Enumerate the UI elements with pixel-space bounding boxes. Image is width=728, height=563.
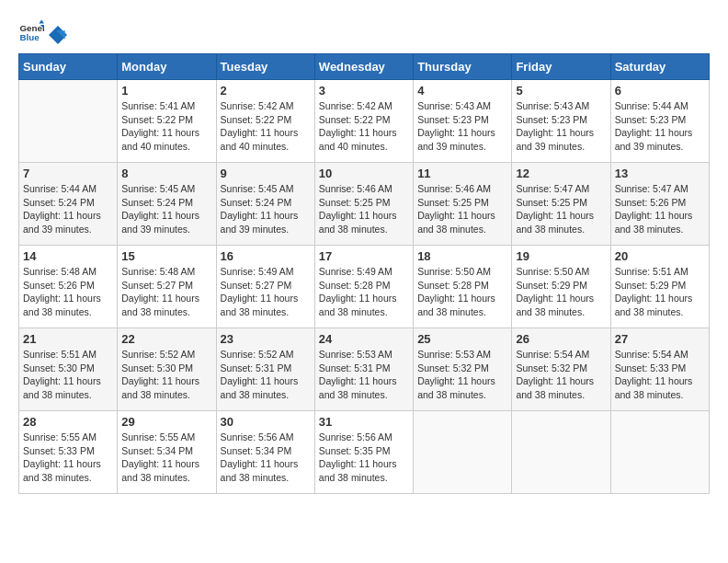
calendar-cell: 28Sunrise: 5:55 AMSunset: 5:33 PMDayligh…: [19, 411, 118, 494]
day-number: 15: [121, 249, 211, 263]
day-number: 2: [221, 84, 311, 98]
day-info: Sunrise: 5:50 AMSunset: 5:28 PMDaylight:…: [417, 265, 507, 319]
day-info: Sunrise: 5:42 AMSunset: 5:22 PMDaylight:…: [319, 99, 409, 154]
calendar-cell: 3Sunrise: 5:42 AMSunset: 5:22 PMDaylight…: [314, 80, 413, 163]
day-info: Sunrise: 5:55 AMSunset: 5:33 PMDaylight:…: [23, 431, 113, 485]
day-info: Sunrise: 5:44 AMSunset: 5:24 PMDaylight:…: [23, 182, 113, 236]
calendar-cell: 11Sunrise: 5:46 AMSunset: 5:25 PMDayligh…: [414, 163, 512, 246]
calendar-cell: 13Sunrise: 5:47 AMSunset: 5:26 PMDayligh…: [610, 163, 709, 246]
calendar-cell: 12Sunrise: 5:47 AMSunset: 5:25 PMDayligh…: [512, 163, 610, 246]
calendar-cell: 6Sunrise: 5:44 AMSunset: 5:23 PMDaylight…: [610, 80, 709, 163]
day-info: Sunrise: 5:50 AMSunset: 5:29 PMDaylight:…: [516, 265, 606, 319]
calendar-cell: 30Sunrise: 5:56 AMSunset: 5:34 PMDayligh…: [216, 411, 314, 494]
calendar-cell: 29Sunrise: 5:55 AMSunset: 5:34 PMDayligh…: [118, 411, 216, 494]
svg-marker-2: [39, 19, 44, 23]
col-header-saturday: Saturday: [610, 54, 709, 80]
day-number: 16: [221, 249, 311, 263]
day-number: 14: [23, 249, 113, 263]
day-number: 20: [615, 249, 705, 263]
calendar-cell: 27Sunrise: 5:54 AMSunset: 5:33 PMDayligh…: [610, 328, 709, 411]
calendar-cell: 19Sunrise: 5:50 AMSunset: 5:29 PMDayligh…: [512, 246, 610, 328]
day-number: 23: [221, 332, 311, 346]
calendar-cell: 16Sunrise: 5:49 AMSunset: 5:27 PMDayligh…: [216, 246, 314, 328]
calendar-cell: [414, 411, 512, 494]
day-number: 12: [516, 167, 606, 180]
day-info: Sunrise: 5:47 AMSunset: 5:25 PMDaylight:…: [516, 182, 606, 236]
calendar-cell: [19, 80, 118, 163]
calendar-cell: 20Sunrise: 5:51 AMSunset: 5:29 PMDayligh…: [610, 246, 709, 328]
calendar-cell: 10Sunrise: 5:46 AMSunset: 5:25 PMDayligh…: [314, 163, 413, 246]
day-info: Sunrise: 5:43 AMSunset: 5:23 PMDaylight:…: [516, 99, 606, 154]
day-info: Sunrise: 5:42 AMSunset: 5:22 PMDaylight:…: [221, 99, 311, 154]
day-info: Sunrise: 5:53 AMSunset: 5:31 PMDaylight:…: [319, 348, 409, 402]
calendar-cell: 1Sunrise: 5:41 AMSunset: 5:22 PMDaylight…: [118, 80, 216, 163]
day-number: 1: [121, 84, 211, 98]
calendar-cell: 26Sunrise: 5:54 AMSunset: 5:32 PMDayligh…: [512, 328, 610, 411]
day-number: 8: [121, 167, 211, 180]
day-number: 5: [516, 84, 606, 98]
day-info: Sunrise: 5:56 AMSunset: 5:34 PMDaylight:…: [221, 431, 311, 485]
calendar-cell: [512, 411, 610, 494]
calendar-week-row: 14Sunrise: 5:48 AMSunset: 5:26 PMDayligh…: [19, 246, 710, 328]
calendar-cell: 14Sunrise: 5:48 AMSunset: 5:26 PMDayligh…: [19, 246, 118, 328]
calendar-cell: 8Sunrise: 5:45 AMSunset: 5:24 PMDaylight…: [118, 163, 216, 246]
calendar-table: SundayMondayTuesdayWednesdayThursdayFrid…: [18, 53, 710, 494]
day-info: Sunrise: 5:45 AMSunset: 5:24 PMDaylight:…: [221, 182, 311, 236]
day-number: 19: [516, 249, 606, 263]
day-number: 7: [23, 167, 113, 180]
calendar-week-row: 21Sunrise: 5:51 AMSunset: 5:30 PMDayligh…: [19, 328, 710, 411]
calendar-cell: 22Sunrise: 5:52 AMSunset: 5:30 PMDayligh…: [118, 328, 216, 411]
col-header-friday: Friday: [512, 54, 610, 80]
calendar-cell: 15Sunrise: 5:48 AMSunset: 5:27 PMDayligh…: [118, 246, 216, 328]
header: General Blue: [18, 18, 710, 44]
day-info: Sunrise: 5:48 AMSunset: 5:26 PMDaylight:…: [23, 265, 113, 319]
day-number: 27: [615, 332, 705, 346]
day-info: Sunrise: 5:46 AMSunset: 5:25 PMDaylight:…: [319, 182, 409, 236]
day-number: 29: [121, 415, 211, 429]
calendar-cell: 23Sunrise: 5:52 AMSunset: 5:31 PMDayligh…: [216, 328, 314, 411]
day-number: 17: [319, 249, 409, 263]
day-number: 3: [319, 84, 409, 98]
logo: General Blue: [18, 18, 68, 44]
calendar-cell: 4Sunrise: 5:43 AMSunset: 5:23 PMDaylight…: [414, 80, 512, 163]
calendar-header-row: SundayMondayTuesdayWednesdayThursdayFrid…: [19, 54, 710, 80]
day-info: Sunrise: 5:56 AMSunset: 5:35 PMDaylight:…: [319, 431, 409, 485]
day-info: Sunrise: 5:53 AMSunset: 5:32 PMDaylight:…: [417, 348, 507, 402]
calendar-cell: 9Sunrise: 5:45 AMSunset: 5:24 PMDaylight…: [216, 163, 314, 246]
day-number: 25: [417, 332, 507, 346]
day-info: Sunrise: 5:48 AMSunset: 5:27 PMDaylight:…: [121, 265, 211, 319]
day-number: 30: [221, 415, 311, 429]
calendar-cell: 21Sunrise: 5:51 AMSunset: 5:30 PMDayligh…: [19, 328, 118, 411]
day-info: Sunrise: 5:52 AMSunset: 5:30 PMDaylight:…: [121, 348, 211, 402]
day-info: Sunrise: 5:52 AMSunset: 5:31 PMDaylight:…: [221, 348, 311, 402]
calendar-cell: 17Sunrise: 5:49 AMSunset: 5:28 PMDayligh…: [314, 246, 413, 328]
day-number: 18: [417, 249, 507, 263]
calendar-cell: 31Sunrise: 5:56 AMSunset: 5:35 PMDayligh…: [314, 411, 413, 494]
calendar-cell: 2Sunrise: 5:42 AMSunset: 5:22 PMDaylight…: [216, 80, 314, 163]
day-number: 9: [221, 167, 311, 180]
day-number: 10: [319, 167, 409, 180]
calendar-week-row: 1Sunrise: 5:41 AMSunset: 5:22 PMDaylight…: [19, 80, 710, 163]
day-info: Sunrise: 5:49 AMSunset: 5:28 PMDaylight:…: [319, 265, 409, 319]
day-info: Sunrise: 5:54 AMSunset: 5:32 PMDaylight:…: [516, 348, 606, 402]
day-number: 26: [516, 332, 606, 346]
day-info: Sunrise: 5:46 AMSunset: 5:25 PMDaylight:…: [417, 182, 507, 236]
col-header-wednesday: Wednesday: [314, 54, 413, 80]
logo-icon: General Blue: [18, 18, 44, 44]
calendar-week-row: 28Sunrise: 5:55 AMSunset: 5:33 PMDayligh…: [19, 411, 710, 494]
calendar-cell: 5Sunrise: 5:43 AMSunset: 5:23 PMDaylight…: [512, 80, 610, 163]
day-info: Sunrise: 5:54 AMSunset: 5:33 PMDaylight:…: [615, 348, 705, 402]
day-info: Sunrise: 5:41 AMSunset: 5:22 PMDaylight:…: [121, 99, 211, 154]
day-number: 4: [417, 84, 507, 98]
calendar-cell: [610, 411, 709, 494]
calendar-cell: 18Sunrise: 5:50 AMSunset: 5:28 PMDayligh…: [414, 246, 512, 328]
day-number: 21: [23, 332, 113, 346]
day-number: 31: [319, 415, 409, 429]
day-info: Sunrise: 5:45 AMSunset: 5:24 PMDaylight:…: [121, 182, 211, 236]
day-number: 13: [615, 167, 705, 180]
col-header-tuesday: Tuesday: [216, 54, 314, 80]
day-number: 22: [121, 332, 211, 346]
calendar-cell: 25Sunrise: 5:53 AMSunset: 5:32 PMDayligh…: [414, 328, 512, 411]
col-header-thursday: Thursday: [414, 54, 512, 80]
day-info: Sunrise: 5:51 AMSunset: 5:30 PMDaylight:…: [23, 348, 113, 402]
